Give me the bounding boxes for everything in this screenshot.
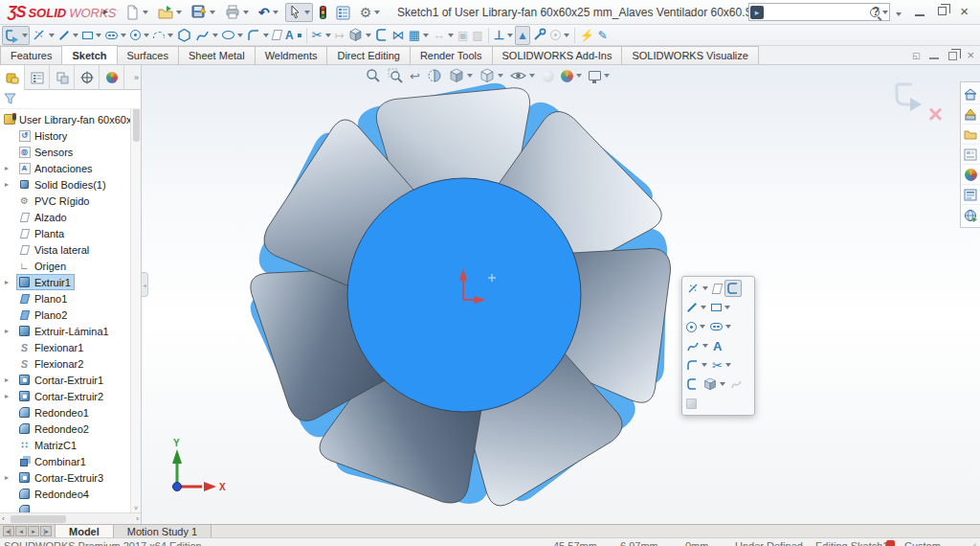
tree-item-matrizc1[interactable]: ∷MatrizC1 [0,437,141,453]
sc-extrude-disabled-button[interactable] [684,397,699,411]
plane-button[interactable] [271,26,283,45]
sc-text-button[interactable]: A [711,338,724,354]
tree-item-origen[interactable]: ∟Origen [0,258,141,274]
tree-item-cortar-extruir3[interactable]: ▸Cortar-Extruir3 [0,469,141,486]
select-button[interactable] [285,3,313,22]
search-commands-box[interactable]: ▸ [748,3,890,21]
convert-entities-button[interactable] [346,26,373,45]
document-restore-button[interactable] [948,52,957,60]
display-delete-relations-button[interactable]: ⊥ [492,26,515,45]
tab-scroll-first-button[interactable]: ◂| [3,526,14,536]
document-close-button[interactable]: × [967,49,974,62]
sc-spline-button[interactable] [684,338,710,354]
tree-item-alzado[interactable]: Alzado [0,209,141,225]
move-entities-button[interactable]: ↔ [431,26,456,45]
tab-solidworks-visualize[interactable]: SOLIDWORKS Visualize [621,46,758,64]
tree-item-sensors[interactable]: ◎Sensors [0,144,141,160]
repair-sketch-button[interactable] [530,26,548,45]
expand-arrow[interactable]: ▸ [5,164,9,172]
tree-item-redondeo2[interactable]: Redondeo2 [0,421,141,437]
expand-arrow[interactable]: ▸ [5,327,9,335]
status-configuration[interactable]: Custom [904,540,941,546]
expand-arrow[interactable]: ▸ [5,278,9,286]
tree-item-cortar-extruir2[interactable]: ▸Cortar-Extruir2 [0,388,141,404]
tree-item-redondeo4[interactable]: Redondeo4 [0,486,141,502]
sketch-ink-button[interactable]: ⚡ [578,26,596,45]
tab-sheet-metal[interactable]: Sheet Metal [178,46,256,64]
tree-item-redondeo1[interactable]: Redondeo1 [0,404,141,421]
tree-item-vista-lateral[interactable]: Vista lateral [0,241,141,258]
tab-surfaces[interactable]: Surfaces [117,46,179,64]
extend-entities-button[interactable]: ↦ [333,26,346,45]
toolbar-flyout-arrow[interactable]: ▸ [103,6,108,16]
solidworks-forum-button[interactable] [962,205,980,225]
view-settings-button[interactable] [587,69,612,82]
exit-sketch-button[interactable] [2,26,30,45]
tree-item-plano1[interactable]: Plano1 [0,290,141,307]
displaymanager-tab[interactable] [100,65,124,90]
tree-vertical-scrollbar[interactable]: ˄˅ [130,109,141,512]
scroll-right-icon[interactable]: › [136,514,139,523]
polygon-button[interactable] [175,26,193,45]
sc-circle-button[interactable] [684,320,707,334]
copy-entities-button[interactable]: ▣ [456,26,470,45]
sc-offset2-button[interactable] [684,375,701,393]
tree-item-anotaciones[interactable]: ▸AAnotaciones [0,160,141,176]
corner-rectangle-button[interactable] [80,26,103,45]
edit-appearance-button[interactable] [540,68,556,84]
sketch-fillet-button[interactable] [245,26,271,45]
smart-dimension-button[interactable] [30,26,56,45]
straight-slot-button[interactable] [103,26,128,45]
sc-offset-button[interactable] [724,280,742,297]
dimxpertmanager-tab[interactable] [75,65,100,90]
panel-tabs-overflow[interactable]: » [124,65,141,89]
sc-slot-button[interactable] [708,321,733,332]
open-document-button[interactable] [155,3,185,22]
tree-item-flexionar1[interactable]: SFlexionar1 [0,339,141,355]
sc-plane-button[interactable] [711,282,724,296]
view-palette-button[interactable] [962,145,980,165]
line-button[interactable] [56,26,80,45]
offset-entities-button[interactable] [373,26,390,45]
rapid-sketch-button[interactable]: ✎ [596,26,610,45]
tree-item-partial[interactable] [0,502,141,512]
sc-rectangle-button[interactable] [709,302,732,313]
file-explorer-button[interactable] [962,125,980,145]
previous-view-button[interactable]: ↩ [408,68,422,84]
hide-show-items-button[interactable] [508,67,537,84]
fan-model[interactable] [142,65,980,524]
tree-item-extruir-lamina1[interactable]: ▸Extruir-Lámina1 [0,323,141,339]
apply-scene-button[interactable] [559,68,584,84]
instant2d-button[interactable]: ▲ [515,26,530,45]
sc-convert-entities-button[interactable] [702,375,727,393]
expand-arrow[interactable]: ▸ [5,473,9,482]
help-button[interactable]: ? [872,4,880,18]
scroll-down-icon[interactable]: ˅ [134,505,138,512]
expand-arrow[interactable]: ▸ [5,180,9,189]
print-button[interactable] [222,3,252,22]
quick-snaps-button[interactable] [548,26,571,45]
design-library-button[interactable] [962,104,980,125]
appearances-scenes-button[interactable] [962,165,980,185]
confirmation-corner-cancel-icon[interactable]: × [928,100,943,129]
scroll-thumb[interactable] [133,109,140,142]
tab-scroll-last-button[interactable]: |▸ [40,526,52,536]
display-style-button[interactable] [478,66,505,85]
centerpoint-arc-button[interactable] [151,26,175,45]
tree-item-flexionar2[interactable]: SFlexionar2 [0,355,141,372]
document-minimize-button[interactable] [929,57,939,59]
sc-line-button[interactable] [684,304,708,311]
expand-arrow[interactable]: ▸ [5,375,9,384]
panel-splitter-handle[interactable]: ◂ [142,272,148,297]
sc-trim-button[interactable]: ✂ [710,357,733,374]
tab-solidworks-addins[interactable]: SOLIDWORKS Add-Ins [492,46,623,64]
trim-entities-button[interactable]: ✂ [310,26,333,45]
linear-pattern-button[interactable]: ▦ [407,26,431,45]
window-restore-button[interactable] [938,7,947,15]
search-input[interactable] [767,7,870,18]
tree-item-extruir1[interactable]: ▸Extruir1 [0,274,141,290]
sc-spline-disabled-button[interactable] [728,376,745,392]
tree-item-planta[interactable]: Planta [0,225,141,241]
sc-fillet-button[interactable] [684,357,709,374]
configurationmanager-tab[interactable] [50,65,75,90]
